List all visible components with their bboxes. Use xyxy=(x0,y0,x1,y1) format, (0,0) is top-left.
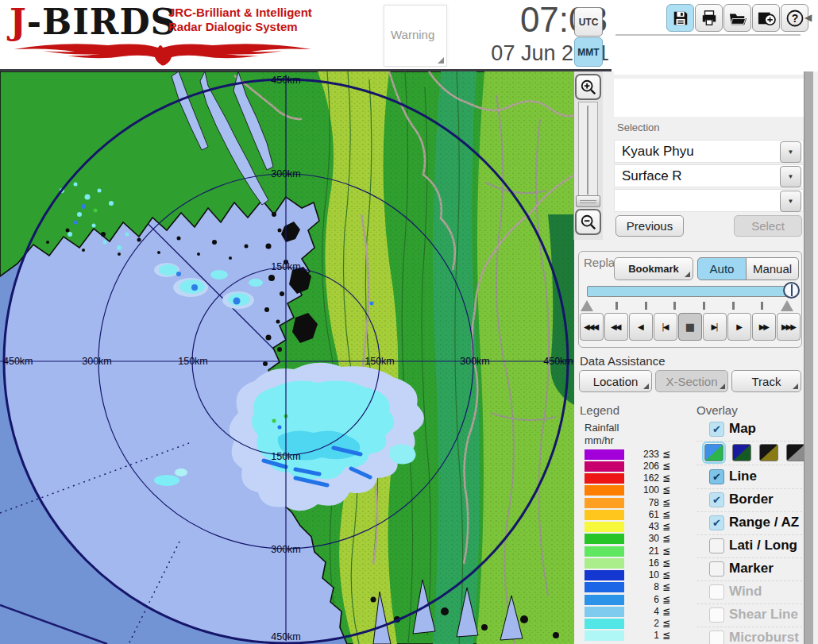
radar-map[interactable]: 450km 300km 150km 150km 300km 450km 450k… xyxy=(0,71,574,644)
marker-checkbox[interactable] xyxy=(709,561,724,577)
play-reverse-button[interactable]: ◀ xyxy=(629,313,653,341)
map-style-swatch-4[interactable] xyxy=(786,444,805,461)
border-checkbox[interactable]: ✔ xyxy=(709,492,724,507)
swatch-upper-triangle xyxy=(733,445,750,461)
lte-icon: ≦ xyxy=(662,581,670,592)
save-icon xyxy=(672,10,689,27)
select-button[interactable]: Select xyxy=(734,215,802,237)
lte-icon: ≦ xyxy=(662,449,670,460)
overlay-row-lati-long[interactable]: Lati / Long xyxy=(696,535,802,558)
replay-slider-handle[interactable] xyxy=(783,282,800,299)
legend-value: 8 xyxy=(624,581,659,592)
chevron-down-icon[interactable]: ▼ xyxy=(780,141,801,163)
lte-icon: ≦ xyxy=(662,569,670,580)
svg-text:150km: 150km xyxy=(271,451,301,462)
zoom-out-button[interactable] xyxy=(575,209,601,235)
track-label: Track xyxy=(752,375,781,388)
legend-row: 162 ≦ xyxy=(580,472,683,484)
map-style-swatch-2[interactable] xyxy=(732,444,751,461)
step-back-button[interactable]: |◀ xyxy=(654,313,677,341)
xsection-label: X-Section xyxy=(666,375,717,388)
replay-range-end-marker[interactable] xyxy=(781,300,793,311)
lte-icon: ≦ xyxy=(662,497,670,508)
chevron-down-icon[interactable]: ▼ xyxy=(780,191,801,212)
step-forward-button[interactable]: ▶| xyxy=(703,313,727,341)
track-button[interactable]: Track xyxy=(731,370,801,392)
extra-dropdown[interactable]: ▼ xyxy=(614,189,804,212)
location-button[interactable]: Location xyxy=(579,370,652,392)
previous-button[interactable]: Previous xyxy=(615,215,684,237)
xsection-button[interactable]: X-Section xyxy=(655,370,728,392)
legend-label: Legend xyxy=(580,403,619,417)
lte-icon: ≦ xyxy=(662,509,670,520)
slider-tick xyxy=(615,302,618,310)
zoom-out-icon xyxy=(580,214,597,231)
lati-long-checkbox[interactable] xyxy=(709,538,724,553)
map-style-swatch-3[interactable] xyxy=(759,444,778,461)
slider-tick xyxy=(703,302,705,310)
line-checkbox[interactable]: ✔ xyxy=(709,469,724,484)
range-az-checkbox[interactable]: ✔ xyxy=(709,515,724,530)
corner-arrow-icon xyxy=(720,384,725,389)
stop-button[interactable]: ■ xyxy=(678,313,702,341)
legend-value: 16 xyxy=(624,557,659,569)
map-style-row xyxy=(696,442,802,465)
legend-value: 2 xyxy=(624,618,659,629)
forward-fast-button[interactable]: ▶▶▶ xyxy=(777,313,801,341)
overlay-item-label: Border xyxy=(729,492,774,507)
legend-row: 6 ≦ xyxy=(580,594,683,606)
overlay-item-label: Wind xyxy=(729,584,762,600)
timezone-utc-button[interactable]: UTC xyxy=(574,7,603,37)
capture-button[interactable] xyxy=(752,4,780,32)
panel-scrollbar[interactable] xyxy=(804,71,813,644)
legend-swatch xyxy=(585,473,624,484)
print-button[interactable] xyxy=(695,4,723,32)
zoom-slider-handle[interactable] xyxy=(576,195,600,207)
zoom-in-button[interactable] xyxy=(575,74,601,100)
legend-value: 233 xyxy=(624,449,659,460)
legend-swatch xyxy=(585,522,624,532)
bookmark-button[interactable]: Bookmark xyxy=(614,257,693,280)
swatch-upper-triangle xyxy=(760,445,777,461)
legend-row: 100 ≦ xyxy=(580,484,683,496)
open-folder-button[interactable] xyxy=(723,4,751,32)
overlay-row-map[interactable]: ✔ Map xyxy=(696,418,802,442)
overlay-row-marker[interactable]: Marker xyxy=(696,558,802,581)
product-dropdown[interactable]: Surface R ▼ xyxy=(614,164,804,187)
legend-value: 162 xyxy=(624,472,659,484)
site-dropdown[interactable]: Kyauk Phyu ▼ xyxy=(614,140,804,163)
legend-row: 61 ≦ xyxy=(580,509,683,521)
warning-label: Warning xyxy=(391,28,434,41)
help-icon: ? xyxy=(785,9,804,28)
corner-arrow-icon xyxy=(793,384,798,389)
svg-text:450km: 450km xyxy=(271,631,301,642)
save-button[interactable] xyxy=(666,4,694,32)
legend-swatch xyxy=(585,607,624,617)
overlay-row-range-az[interactable]: ✔ Range / AZ xyxy=(696,512,802,535)
play-button[interactable]: ▶ xyxy=(727,313,751,341)
lte-icon: ≦ xyxy=(662,557,670,569)
chevron-down-icon[interactable]: ▼ xyxy=(780,166,801,187)
manual-button[interactable]: Manual xyxy=(746,257,799,280)
selection-label: Selection xyxy=(617,121,659,133)
overlay-item-label: Range / AZ xyxy=(729,515,799,530)
overlay-row-line[interactable]: ✔ Line xyxy=(696,466,802,489)
station-name-box: Myanmar DMH xyxy=(614,39,804,75)
auto-button[interactable]: Auto xyxy=(697,257,747,280)
map-checkbox[interactable]: ✔ xyxy=(709,422,724,437)
map-style-swatch-1[interactable] xyxy=(704,444,723,461)
legend-value: 10 xyxy=(624,569,659,580)
forward-button[interactable]: ▶▶ xyxy=(752,313,776,341)
legend-value: 1 xyxy=(624,630,659,641)
replay-range-start-marker[interactable] xyxy=(581,300,593,311)
timezone-mmt-button[interactable]: MMT xyxy=(574,37,603,67)
legend-value: 100 xyxy=(624,484,659,496)
rewind-button[interactable]: ◀◀ xyxy=(604,313,628,341)
rewind-fast-button[interactable]: ◀◀◀ xyxy=(580,313,604,341)
overlay-item-label: Shear Line xyxy=(729,607,798,623)
slider-tick xyxy=(673,302,676,310)
collapse-panel-icon[interactable]: ◀ xyxy=(804,12,812,23)
svg-text:450km: 450km xyxy=(271,75,301,86)
replay-slider-track[interactable] xyxy=(587,286,795,297)
overlay-row-border[interactable]: ✔ Border xyxy=(696,489,802,512)
